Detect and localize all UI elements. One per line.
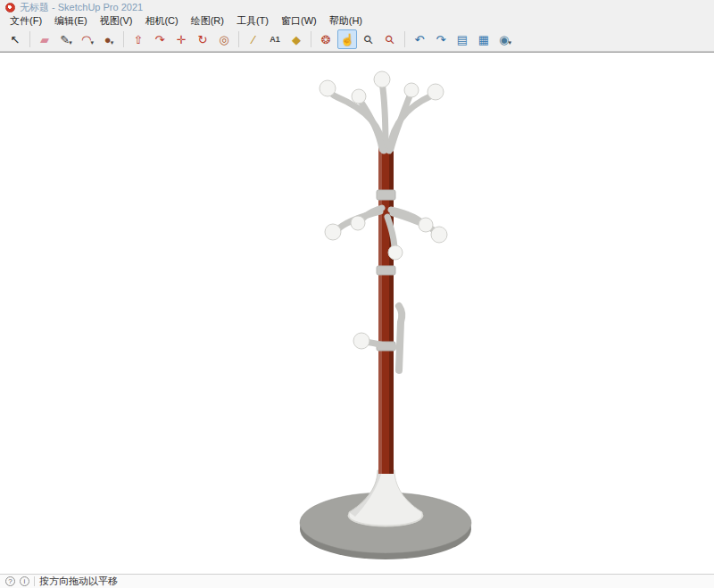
push-pull-icon: ⇧ xyxy=(134,34,144,46)
lower-hook[interactable] xyxy=(353,306,402,370)
top-hooks[interactable] xyxy=(328,82,435,151)
orbit-tool-button[interactable]: ❂ xyxy=(316,29,336,49)
section-plane-icon: ▤ xyxy=(457,34,468,46)
rotate-tool-button[interactable]: ↻ xyxy=(193,29,212,49)
paint-bucket-icon: ◆ xyxy=(292,34,301,46)
select-icon: ↖ xyxy=(11,34,21,46)
menu-bar: 文件(F)编辑(E)视图(V)相机(C)绘图(R)工具(T)窗口(W)帮助(H) xyxy=(0,14,714,28)
layers-tool-button[interactable]: ▦ xyxy=(474,29,494,49)
pan-icon: ☝ xyxy=(340,34,354,46)
select-tool-button[interactable]: ↖ xyxy=(5,29,25,49)
zoom-icon: ⚲ xyxy=(361,32,376,46)
shapes-tool-button[interactable]: ●▾ xyxy=(99,29,119,49)
menu-view[interactable]: 视图(V) xyxy=(94,14,139,28)
eraser-tool-button[interactable]: ▰ xyxy=(35,29,54,49)
hook-ball xyxy=(351,216,365,230)
menu-edit[interactable]: 编辑(E) xyxy=(48,14,94,28)
info-icon[interactable]: i xyxy=(20,576,29,586)
next-view-icon: ↷ xyxy=(436,34,446,46)
menu-draw[interactable]: 绘图(R) xyxy=(185,14,230,28)
layers-icon: ▦ xyxy=(478,34,489,46)
previous-view-tool-button[interactable]: ↶ xyxy=(410,29,429,49)
line-tool-button[interactable]: ✎▾ xyxy=(56,29,76,49)
status-divider xyxy=(34,576,35,586)
rotate-icon: ↻ xyxy=(198,34,208,46)
status-message: 按方向拖动以平移 xyxy=(39,575,118,588)
zoom-tool-button[interactable]: ⚲ xyxy=(359,29,378,49)
sketchup-logo-icon xyxy=(5,3,15,12)
toolbar-separator xyxy=(123,31,124,47)
push-pull-tool-button[interactable]: ⇧ xyxy=(129,29,148,49)
toolbar-separator xyxy=(29,31,30,47)
menu-camera[interactable]: 相机(C) xyxy=(138,14,184,28)
orbit-icon: ❂ xyxy=(321,34,331,46)
line-dropdown-caret[interactable]: ▾ xyxy=(69,39,72,48)
follow-me-icon: ↷ xyxy=(155,34,165,46)
viewport[interactable] xyxy=(0,52,714,574)
pan-tool-button[interactable]: ☝ xyxy=(337,29,357,49)
hook-ball xyxy=(428,84,444,100)
hook-ball xyxy=(352,89,366,104)
arc-tool-button[interactable]: ◠▾ xyxy=(78,29,97,49)
zoom-extents-icon: ⚲ xyxy=(383,32,397,46)
hook-ball xyxy=(374,71,390,87)
toolbar: ↖▰✎▾◠▾●▾⇧↷✛↻◎∕A1◆❂☝⚲⚲↶↷▤▦◉▾ xyxy=(0,28,714,52)
menu-window[interactable]: 窗口(W) xyxy=(275,14,323,28)
menu-help[interactable]: 帮助(H) xyxy=(323,14,369,28)
dimension-tool-button[interactable]: A1 xyxy=(265,29,285,49)
tape-measure-tool-button[interactable]: ∕ xyxy=(244,29,263,49)
menu-file[interactable]: 文件(F) xyxy=(4,14,48,28)
move-tool-button[interactable]: ✛ xyxy=(171,29,191,49)
toolbar-separator xyxy=(311,31,311,47)
zoom-extents-tool-button[interactable]: ⚲ xyxy=(380,29,400,49)
hook-ball xyxy=(353,333,369,349)
search-dropdown-caret[interactable]: ▾ xyxy=(508,39,511,48)
arc-dropdown-caret[interactable]: ▾ xyxy=(90,39,94,48)
section-plane-tool-button[interactable]: ▤ xyxy=(452,29,472,49)
hook-ball xyxy=(404,83,419,97)
model-canvas[interactable] xyxy=(0,53,714,575)
previous-view-icon: ↶ xyxy=(415,34,425,46)
offset-icon: ◎ xyxy=(219,34,228,46)
offset-tool-button[interactable]: ◎ xyxy=(214,29,234,49)
hook-ball xyxy=(419,218,433,232)
eraser-icon: ▰ xyxy=(40,34,49,46)
follow-me-tool-button[interactable]: ↷ xyxy=(150,29,170,49)
hook-ball xyxy=(388,245,403,260)
hook-ball xyxy=(325,224,341,240)
hook-ball xyxy=(320,80,336,96)
toolbar-separator xyxy=(404,31,405,47)
hook-ball xyxy=(431,227,447,243)
status-bar: ? i 按方向拖动以平移 xyxy=(0,574,714,588)
dimension-icon: A1 xyxy=(270,36,280,44)
window-title: 无标题 - SketchUp Pro 2021 xyxy=(20,1,143,14)
menu-tools[interactable]: 工具(T) xyxy=(230,14,275,28)
model-coat-rack[interactable] xyxy=(300,71,471,559)
paint-bucket-tool-button[interactable]: ◆ xyxy=(286,29,306,49)
clamp-top[interactable] xyxy=(377,190,395,200)
clamp-middle[interactable] xyxy=(377,266,395,275)
toolbar-separator xyxy=(238,31,239,47)
help-icon[interactable]: ? xyxy=(5,576,15,586)
move-icon: ✛ xyxy=(177,34,187,46)
next-view-tool-button[interactable]: ↷ xyxy=(431,29,451,49)
search-tool-button[interactable]: ◉▾ xyxy=(495,29,515,49)
tape-measure-icon: ∕ xyxy=(253,34,254,46)
shapes-dropdown-caret[interactable]: ▾ xyxy=(111,39,114,48)
title-bar: 无标题 - SketchUp Pro 2021 xyxy=(0,0,714,14)
